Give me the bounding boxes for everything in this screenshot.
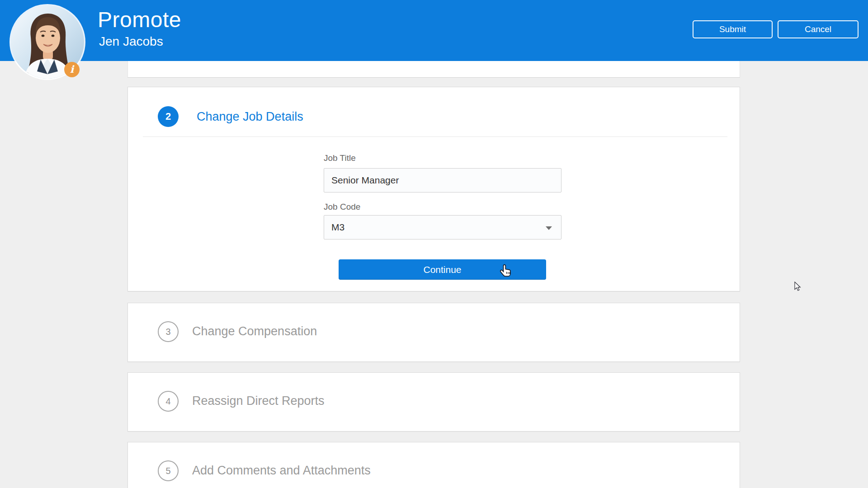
step-2-title: Change Job Details	[197, 110, 303, 124]
card-step-4[interactable]: 4 Reassign Direct Reports	[127, 372, 740, 432]
employee-name: Jen Jacobs	[99, 34, 163, 49]
arrow-cursor-icon	[794, 282, 801, 291]
step-5-title: Add Comments and Attachments	[192, 464, 371, 478]
card-step-3[interactable]: 3 Change Compensation	[127, 303, 740, 362]
step-3-title: Change Compensation	[192, 324, 317, 338]
card-step1-partial	[127, 61, 740, 78]
app-header: Promote Jen Jacobs Submit Cancel	[0, 0, 868, 61]
submit-button[interactable]: Submit	[693, 20, 773, 38]
job-code-select[interactable]: M3	[324, 215, 561, 239]
step-3-badge: 3	[158, 321, 179, 342]
step-4-title: Reassign Direct Reports	[192, 394, 325, 408]
job-code-label: Job Code	[324, 202, 360, 212]
step-4-badge: 4	[158, 391, 179, 412]
step-2-badge: 2	[158, 106, 179, 127]
chevron-down-icon	[546, 226, 552, 230]
step-5-badge: 5	[158, 460, 179, 481]
info-icon[interactable]: i	[64, 62, 80, 77]
section-divider	[143, 136, 727, 137]
card-step-2: 2 Change Job Details Job Title Job Code …	[127, 87, 740, 291]
job-code-value: M3	[331, 222, 344, 232]
job-title-label: Job Title	[324, 153, 356, 163]
job-title-input[interactable]	[324, 168, 561, 192]
continue-button[interactable]: Continue	[339, 259, 546, 280]
card-step-5[interactable]: 5 Add Comments and Attachments	[127, 442, 740, 488]
cancel-button[interactable]: Cancel	[778, 20, 859, 38]
page-title: Promote	[98, 7, 181, 32]
